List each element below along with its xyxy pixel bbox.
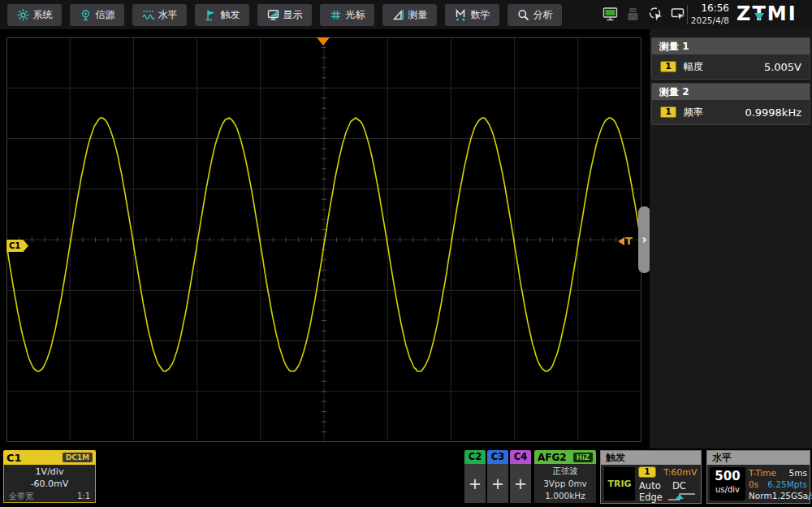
horizontal-panel-body: 500 us/div T-Time 5ms 0s 6.25Mpts Norm 1… [707,465,810,503]
afg-panel[interactable]: AFG2 HiZ 正弦波 3Vpp 0mv 1.000kHz [534,450,596,503]
clock: 16:56 2025/4/8 [690,2,729,27]
measurement-card-1[interactable]: 测量 1 1 幅度 5.005V [651,37,810,80]
memory-depth: 6.25Mpts [767,479,807,489]
afg-amplitude: 3Vpp 0mv [534,478,596,491]
measurement2-title: 测量 2 [652,84,810,100]
measure-triangle-icon [392,9,404,21]
channel1-offset: -60.0mV [4,478,95,490]
menu-button-trigger[interactable]: 触发 [195,4,249,26]
measurement1-source-badge: 1 [660,61,676,72]
measurement1-label: 幅度 [684,60,703,74]
waveform-graticule [6,37,641,442]
channel1-scale: 1V/div [4,466,95,478]
menu-button-row: 系统 信源 水平 [0,0,562,29]
menu-button-math[interactable]: 数学 [445,4,499,26]
display-icon [267,9,279,21]
math-icon [455,9,467,21]
date-display: 2025/4/8 [690,15,729,27]
menu-button-display[interactable]: 显示 [257,4,312,26]
horizontal-panel[interactable]: 水平 500 us/div T-Time 5ms 0s 6.25Mpts Nor… [706,450,810,504]
topbar-divider [687,5,688,24]
afg-waveform-type: 正弦波 [534,465,596,478]
brand-logo: ZTMI [736,2,810,27]
touch-icon[interactable] [648,6,663,22]
brand-logo-triangle-icon [754,13,764,20]
menu-button-cursor[interactable]: 光标 [320,4,374,26]
rising-edge-icon [667,492,697,501]
menu-label: 分析 [533,8,553,22]
measurement2-row: 1 频率 0.9998kHz [652,100,810,124]
channel4-add-button[interactable]: + [510,464,531,503]
top-menu-bar: 系统 信源 水平 [0,0,812,29]
waveform-display-area[interactable] [6,37,641,442]
channel2-panel[interactable]: C2 + [464,450,486,503]
measurement-card-2[interactable]: 测量 2 1 频率 0.9998kHz [651,83,810,125]
plus-icon: + [491,474,504,492]
afg-frequency: 1.000kHz [534,490,596,503]
gesture-icon[interactable] [671,6,686,22]
trigger-status-indicator: TRIG [604,467,635,500]
channel1-coupling-badge: DC1M [63,453,93,462]
menu-button-measure[interactable]: 测量 [382,4,437,26]
trigger-level-value: T:60mV [663,467,697,478]
channel2-header: C2 [464,450,486,464]
channel1-probe-ratio: 1:1 [77,490,90,502]
trigger-panel-body: TRIG 1 Auto Edge T:60mV DC [601,465,701,503]
menu-label: 信源 [96,8,115,22]
brand-logo-text: ZTMI [736,2,797,25]
timebase-box[interactable]: 500 us/div [710,467,745,500]
channel1-bandwidth-row: 全带宽 1:1 [4,490,95,502]
menu-label: 系统 [33,8,53,22]
sample-rate: 1.25GSa/s [772,491,812,500]
channel1-bandwidth: 全带宽 [9,490,33,502]
signal-source-icon [80,9,92,21]
timebase-scale: 500 [710,469,745,484]
plus-icon: + [469,474,482,492]
trigger-coupling: DC [672,480,686,492]
magnifier-icon [517,9,529,21]
menu-button-source[interactable]: 信源 [70,4,124,26]
usb-storage-icon[interactable] [625,6,641,22]
trigger-position-marker-icon[interactable] [317,37,330,46]
menu-label: 水平 [158,8,178,22]
horizontal-wave-icon [142,9,154,21]
channel1-header: C1 DC1M [3,450,96,465]
channel4-panel[interactable]: C4 + [510,450,531,503]
measurement1-value: 5.005V [764,61,801,73]
chevron-right-icon: › [641,232,646,247]
trigger-type: Edge [639,492,663,503]
delay-memory-row: 0s 6.25Mpts [749,479,807,489]
delay-value: 0s [749,479,758,489]
trigger-panel[interactable]: 触发 TRIG 1 Auto Edge T:60mV DC [600,450,702,504]
channel3-panel[interactable]: C3 + [487,450,508,503]
channel2-add-button[interactable]: + [464,464,486,503]
menu-button-horizontal[interactable]: 水平 [132,4,187,26]
menu-button-analysis[interactable]: 分析 [508,4,562,26]
measurement2-source-badge: 1 [660,106,676,118]
gear-icon [17,9,29,21]
menu-label: 光标 [346,8,365,22]
horizontal-panel-title: 水平 [707,451,810,465]
cursor-grid-icon [330,9,342,21]
screen-share-icon[interactable] [603,6,618,22]
time-display: 16:56 [690,2,729,15]
timebase-unit: us/div [710,484,745,495]
trigger-level-label: T [625,235,633,247]
status-icon-cluster [603,6,686,22]
channel3-add-button[interactable]: + [487,464,508,503]
menu-label: 数学 [471,8,490,22]
channel1-panel[interactable]: C1 DC1M 1V/div -60.0mV 全带宽 1:1 [3,450,96,503]
t-time-label: T-Time [749,468,776,478]
oscilloscope-screen: { "topbar": { "menu": [ { "label": "系统",… [0,0,812,507]
measurement1-row: 1 幅度 5.005V [652,54,810,79]
measurement2-value: 0.9998kHz [745,106,801,119]
t-time-value: 5ms [789,468,807,478]
menu-label: 测量 [408,8,428,22]
trigger-panel-title: 触发 [601,451,701,465]
afg-name: AFG2 [538,452,567,463]
side-panel-expander-handle[interactable]: › [638,206,650,273]
afg-impedance-badge: HiZ [573,453,593,462]
menu-button-system[interactable]: 系统 [7,4,62,26]
menu-label: 显示 [283,8,303,22]
trigger-level-marker[interactable]: T [618,235,633,247]
